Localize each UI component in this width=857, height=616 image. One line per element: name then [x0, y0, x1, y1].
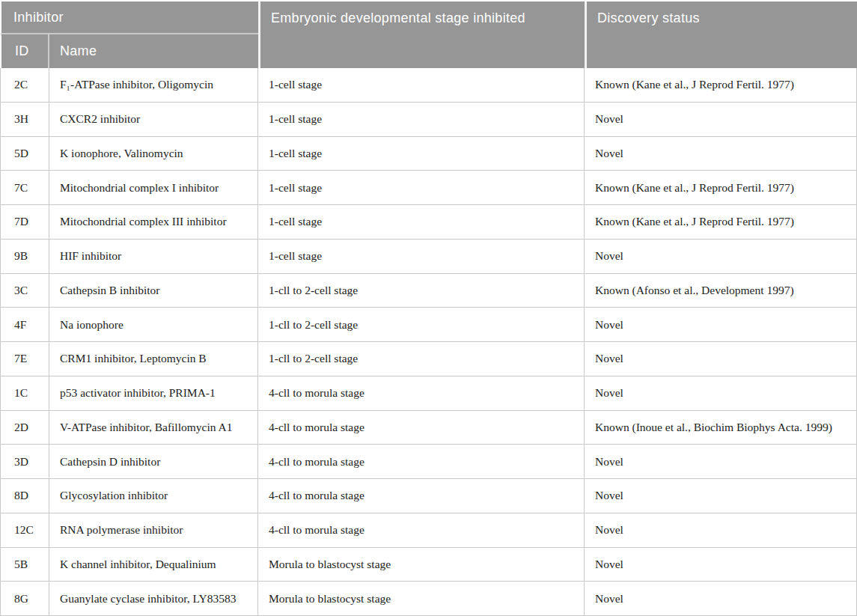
- table-row: 1Cp53 activator inhibitor, PRIMA-14-cll …: [0, 376, 857, 411]
- cell-status: Known (Kane et al., J Reprod Fertil. 197…: [585, 205, 857, 240]
- cell-status: Novel: [585, 308, 857, 342]
- cell-stage: 1-cell stage: [258, 103, 585, 137]
- header-row-top: Inhibitor Embryonic developmental stage …: [0, 0, 857, 34]
- cell-id: 5D: [0, 137, 49, 171]
- cell-name: HIF inhibitor: [49, 240, 258, 274]
- cell-name: CXCR2 inhibitor: [49, 103, 258, 137]
- cell-name: V-ATPase inhibitor, Bafillomycin A1: [49, 411, 258, 445]
- cell-stage: 1-cell stage: [258, 171, 585, 205]
- cell-id: 8G: [0, 582, 49, 616]
- table-row: 2DV-ATPase inhibitor, Bafillomycin A14-c…: [0, 411, 857, 445]
- cell-id: 7C: [0, 171, 49, 205]
- column-header-status: Discovery status: [585, 0, 857, 68]
- cell-id: 9B: [0, 240, 49, 274]
- cell-name: K ionophore, Valinomycin: [49, 137, 258, 171]
- cell-status: Known (Inoue et al., Biochim Biophys Act…: [585, 411, 857, 445]
- table-row: 3HCXCR2 inhibitor1-cell stageNovel: [0, 103, 857, 137]
- cell-status: Novel: [585, 548, 857, 582]
- cell-status: Novel: [585, 137, 857, 171]
- cell-status: Novel: [585, 103, 857, 137]
- cell-name: Na ionophore: [49, 308, 258, 342]
- cell-stage: 4-cll to morula stage: [258, 376, 585, 411]
- cell-name: Mitochondrial complex III inhibitor: [49, 205, 258, 240]
- table-figure: Inhibitor Embryonic developmental stage …: [0, 0, 857, 616]
- cell-status: Known (Afonso et al., Development 1997): [585, 274, 857, 308]
- cell-stage: Morula to blastocyst stage: [258, 548, 585, 582]
- cell-status: Novel: [585, 582, 857, 616]
- cell-name: p53 activator inhibitor, PRIMA-1: [49, 376, 258, 411]
- cell-status: Known (Kane et al., J Reprod Fertil. 197…: [585, 171, 857, 205]
- cell-id: 4F: [0, 308, 49, 342]
- table-row: 2CF₁-ATPase inhibitor, Oligomycin1-cell …: [0, 68, 857, 103]
- cell-stage: 1-cell stage: [258, 137, 585, 171]
- cell-status: Novel: [585, 376, 857, 411]
- cell-id: 3H: [0, 103, 49, 137]
- cell-status: Novel: [585, 479, 857, 513]
- table-row: 7DMitochondrial complex III inhibitor1-c…: [0, 205, 857, 240]
- cell-id: 7E: [0, 342, 49, 376]
- cell-id: 3D: [0, 445, 49, 479]
- column-header-name: Name: [49, 34, 258, 68]
- cell-id: 3C: [0, 274, 49, 308]
- table-row: 9BHIF inhibitor1-cell stageNovel: [0, 240, 857, 274]
- cell-stage: 4-cll to morula stage: [258, 445, 585, 479]
- cell-stage: 1-cell stage: [258, 240, 585, 274]
- table-body: 2CF₁-ATPase inhibitor, Oligomycin1-cell …: [0, 68, 857, 616]
- cell-stage: 1-cell stage: [258, 68, 585, 103]
- cell-stage: 4-cll to morula stage: [258, 513, 585, 548]
- cell-name: Glycosylation inhibitor: [49, 479, 258, 513]
- table-row: 12CRNA polymerase inhibitor4-cll to moru…: [0, 513, 857, 548]
- column-header-inhibitor: Inhibitor: [0, 0, 258, 34]
- cell-id: 2D: [0, 411, 49, 445]
- cell-status: Novel: [585, 513, 857, 548]
- cell-name: Cathepsin B inhibitor: [49, 274, 258, 308]
- cell-stage: 4-cll to morula stage: [258, 411, 585, 445]
- table-header: Inhibitor Embryonic developmental stage …: [0, 0, 857, 68]
- column-header-id: ID: [0, 34, 49, 68]
- cell-name: F₁-ATPase inhibitor, Oligomycin: [49, 68, 258, 103]
- column-header-stage: Embryonic developmental stage inhibited: [258, 0, 585, 68]
- cell-stage: 1-cell stage: [258, 205, 585, 240]
- cell-id: 1C: [0, 376, 49, 411]
- table-row: 8DGlycosylation inhibitor4-cll to morula…: [0, 479, 857, 513]
- cell-stage: 4-cll to morula stage: [258, 479, 585, 513]
- cell-stage: 1-cll to 2-cell stage: [258, 308, 585, 342]
- cell-id: 8D: [0, 479, 49, 513]
- cell-stage: 1-cll to 2-cell stage: [258, 274, 585, 308]
- table-row: 3CCathepsin B inhibitor1-cll to 2-cell s…: [0, 274, 857, 308]
- cell-name: CRM1 inhibitor, Leptomycin B: [49, 342, 258, 376]
- table-row: 8GGuanylate cyclase inhibitor, LY83583Mo…: [0, 582, 857, 616]
- cell-name: Guanylate cyclase inhibitor, LY83583: [49, 582, 258, 616]
- table-row: 5BK channel inhibitor, DequaliniumMorula…: [0, 548, 857, 582]
- cell-id: 5B: [0, 548, 49, 582]
- cell-status: Known (Kane et al., J Reprod Fertil. 197…: [585, 68, 857, 103]
- inhibitor-table: Inhibitor Embryonic developmental stage …: [0, 0, 857, 616]
- table-row: 7CMitochondrial complex I inhibitor1-cel…: [0, 171, 857, 205]
- table-row: 5DK ionophore, Valinomycin1-cell stageNo…: [0, 137, 857, 171]
- cell-id: 12C: [0, 513, 49, 548]
- cell-name: Mitochondrial complex I inhibitor: [49, 171, 258, 205]
- table-row: 7ECRM1 inhibitor, Leptomycin B1-cll to 2…: [0, 342, 857, 376]
- cell-status: Novel: [585, 240, 857, 274]
- cell-status: Novel: [585, 445, 857, 479]
- cell-stage: 1-cll to 2-cell stage: [258, 342, 585, 376]
- cell-name: K channel inhibitor, Dequalinium: [49, 548, 258, 582]
- cell-name: Cathepsin D inhibitor: [49, 445, 258, 479]
- cell-name: RNA polymerase inhibitor: [49, 513, 258, 548]
- table-row: 4FNa ionophore1-cll to 2-cell stageNovel: [0, 308, 857, 342]
- cell-stage: Morula to blastocyst stage: [258, 582, 585, 616]
- table-row: 3DCathepsin D inhibitor4-cll to morula s…: [0, 445, 857, 479]
- cell-id: 7D: [0, 205, 49, 240]
- cell-status: Novel: [585, 342, 857, 376]
- cell-id: 2C: [0, 68, 49, 103]
